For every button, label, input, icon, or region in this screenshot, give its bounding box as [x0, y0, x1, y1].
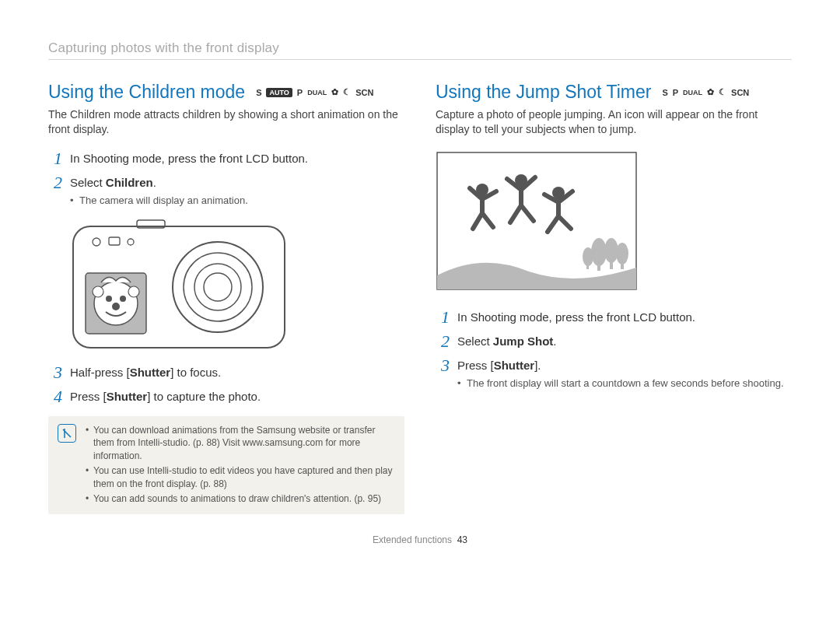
sub-bullets: The camera will display an animation.	[70, 194, 248, 208]
svg-point-2	[173, 242, 263, 332]
jump-shot-illustration	[436, 151, 792, 294]
page-footer: Extended functions 43	[48, 534, 792, 545]
step-1: 1 In Shooting mode, press the front LCD …	[436, 310, 792, 326]
svg-point-4	[194, 264, 241, 310]
title-text: Using the Jump Shot Timer	[436, 82, 651, 103]
svg-point-15	[128, 239, 134, 245]
step-number: 1	[48, 150, 62, 167]
intro-right: Capture a photo of people jumping. An ic…	[436, 107, 792, 137]
step-text: Half-press [Shutter] to focus.	[70, 365, 221, 380]
step-number: 4	[48, 388, 62, 405]
breadcrumb: Capturing photos with the front display	[48, 40, 792, 60]
step-3: 3 Half-press [Shutter] to focus.	[48, 365, 404, 381]
svg-point-13	[93, 238, 100, 246]
mode-dual-icon: DUAL	[683, 89, 702, 96]
svg-point-5	[204, 273, 232, 301]
step-1: 1 In Shooting mode, press the front LCD …	[48, 151, 404, 167]
page-number: 43	[457, 534, 467, 545]
svg-rect-14	[109, 237, 120, 245]
note-box: You can download animations from the Sam…	[48, 416, 404, 515]
note-item: You can use Intelli-studio to edit video…	[86, 464, 394, 491]
right-column: Using the Jump Shot Timer S P DUAL ✿ ☾ S…	[436, 82, 792, 514]
step-text: Select Children. The camera will display…	[70, 175, 248, 208]
left-column: Using the Children mode S AUTO P DUAL ✿ …	[48, 82, 404, 514]
step-number: 3	[48, 364, 62, 381]
step-text: In Shooting mode, press the front LCD bu…	[70, 151, 308, 166]
svg-point-10	[112, 303, 120, 310]
step-number: 3	[436, 357, 450, 374]
step-2: 2 Select Children. The camera will displ…	[48, 175, 404, 208]
footer-section: Extended functions	[373, 534, 452, 545]
mode-s-icon: S	[662, 88, 667, 97]
note-icon	[58, 424, 76, 443]
svg-point-11	[93, 286, 103, 297]
title-text: Using the Children mode	[48, 82, 245, 103]
step-number: 2	[48, 174, 62, 191]
mode-flower-icon: ✿	[707, 87, 714, 97]
camera-illustration	[70, 219, 404, 351]
mode-auto-icon: AUTO	[266, 88, 292, 97]
note-list: You can download animations from the Sam…	[86, 424, 394, 506]
step-2: 2 Select Jump Shot.	[436, 334, 792, 350]
two-column-layout: Using the Children mode S AUTO P DUAL ✿ …	[48, 82, 792, 514]
mode-s-icon: S	[256, 88, 261, 97]
mode-scn-icon: SCN	[355, 88, 373, 97]
note-item: You can add sounds to animations to draw…	[86, 492, 394, 506]
steps-right: 1 In Shooting mode, press the front LCD …	[436, 310, 792, 391]
mode-night-icon: ☾	[719, 87, 726, 97]
svg-rect-23	[621, 260, 624, 269]
steps-left-cont: 3 Half-press [Shutter] to focus. 4 Press…	[48, 365, 404, 405]
step-text: Select Jump Shot.	[457, 334, 557, 349]
section-title-jump: Using the Jump Shot Timer S P DUAL ✿ ☾ S…	[436, 82, 792, 103]
steps-left: 1 In Shooting mode, press the front LCD …	[48, 151, 404, 208]
step-number: 1	[436, 309, 450, 326]
mode-p-icon: P	[673, 88, 678, 97]
sub-bullet: The camera will display an animation.	[70, 194, 248, 208]
note-item: You can download animations from the Sam…	[86, 424, 394, 463]
svg-rect-21	[610, 258, 613, 269]
step-text: Press [Shutter]. The front display will …	[457, 358, 784, 391]
step-number: 2	[436, 333, 450, 350]
step-3: 3 Press [Shutter]. The front display wil…	[436, 358, 792, 391]
section-title-children: Using the Children mode S AUTO P DUAL ✿ …	[48, 82, 404, 103]
svg-rect-19	[597, 260, 600, 271]
mode-icons-right: S P DUAL ✿ ☾ SCN	[662, 87, 749, 97]
step-text: In Shooting mode, press the front LCD bu…	[457, 310, 695, 325]
step-4: 4 Press [Shutter] to capture the photo.	[48, 389, 404, 405]
mode-scn-icon: SCN	[731, 88, 749, 97]
intro-left: The Children mode attracts children by s…	[48, 107, 404, 137]
mode-night-icon: ☾	[343, 87, 351, 97]
sub-bullets: The front display will start a countdown…	[457, 377, 784, 391]
mode-p-icon: P	[297, 88, 303, 97]
svg-rect-25	[586, 261, 589, 269]
svg-point-12	[128, 286, 139, 297]
svg-point-3	[184, 253, 252, 321]
sub-bullet: The front display will start a countdown…	[457, 377, 784, 391]
svg-point-8	[106, 296, 112, 302]
step-text: Press [Shutter] to capture the photo.	[70, 389, 261, 405]
manual-page: Capturing photos with the front display …	[0, 0, 840, 561]
mode-flower-icon: ✿	[331, 87, 338, 97]
svg-point-9	[120, 296, 126, 302]
mode-dual-icon: DUAL	[307, 89, 327, 96]
mode-icons-left: S AUTO P DUAL ✿ ☾ SCN	[256, 87, 373, 97]
